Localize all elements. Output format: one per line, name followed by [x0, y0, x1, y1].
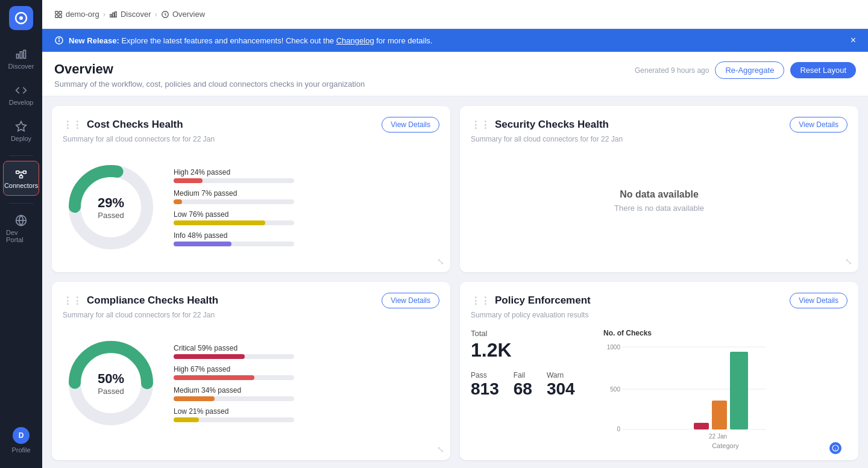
- security-no-data: No data available There is no data avail…: [471, 153, 848, 249]
- drag-icon-3: ⋮⋮: [63, 295, 82, 307]
- policy-content: Total 1.2K Pass 813 Fail 68 Warn: [471, 329, 848, 449]
- svg-text:1000: 1000: [607, 344, 621, 351]
- sidebar-item-label: Dev Portal: [6, 229, 36, 243]
- svg-rect-6: [16, 171, 19, 173]
- svg-rect-19: [115, 11, 117, 17]
- svg-rect-18: [113, 13, 115, 17]
- page-header-left: Overview Summary of the workflow, cost, …: [54, 61, 365, 89]
- chart-x-label: Category: [603, 442, 848, 449]
- policy-title: ⋮⋮ Policy Enforcement: [471, 295, 591, 307]
- resize-handle-3[interactable]: ⤡: [437, 445, 444, 454]
- sidebar-item-dev-portal[interactable]: Dev Portal: [3, 208, 39, 249]
- cost-bar-medium: Medium 7% passed: [174, 189, 439, 204]
- policy-info-button[interactable]: i: [829, 442, 841, 454]
- app-logo[interactable]: [9, 6, 33, 30]
- sidebar-divider: [9, 155, 33, 156]
- resize-handle[interactable]: ⤡: [437, 257, 444, 266]
- security-checks-title: ⋮⋮ Security Checks Health: [471, 119, 609, 131]
- sidebar-item-develop[interactable]: Develop: [3, 78, 39, 112]
- sidebar-item-deploy[interactable]: Deploy: [3, 114, 39, 148]
- drag-icon: ⋮⋮: [63, 119, 82, 131]
- breadcrumb: demo-org › Discover › Overview: [42, 0, 868, 29]
- changelog-link[interactable]: Changelog: [336, 36, 374, 45]
- svg-rect-16: [59, 14, 61, 17]
- security-view-details[interactable]: View Details: [790, 117, 848, 133]
- comp-bar-medium: Medium 34% passed: [174, 386, 439, 401]
- svg-rect-13: [55, 11, 58, 13]
- sidebar-bottom: D Profile: [3, 421, 39, 462]
- bar-chart-icon: [15, 48, 27, 60]
- deploy-icon: [15, 120, 27, 133]
- cost-checks-chart: 29% Passed High 24% passed Medium 7% pas…: [63, 153, 439, 261]
- cost-checks-view-details[interactable]: View Details: [382, 117, 439, 133]
- compliance-checks-header: ⋮⋮ Compliance Checks Health View Details: [63, 293, 439, 308]
- re-aggregate-button[interactable]: Re-Aggregate: [715, 61, 784, 79]
- svg-rect-9: [20, 175, 23, 178]
- svg-text:i: i: [835, 447, 836, 451]
- bar-chart-svg: 1000 500 0: [603, 342, 772, 438]
- sidebar-item-connectors[interactable]: Connectors: [3, 161, 39, 196]
- svg-rect-3: [20, 52, 22, 58]
- avatar: D: [13, 427, 30, 444]
- policy-pass-stat: Pass 813: [471, 371, 499, 399]
- warn-bar: [712, 401, 727, 429]
- page-title: Overview: [54, 61, 365, 77]
- page-header: Overview Summary of the workflow, cost, …: [42, 52, 868, 96]
- release-banner: New Release: Explore the latest features…: [42, 29, 868, 52]
- svg-text:0: 0: [617, 426, 620, 432]
- svg-marker-5: [16, 122, 27, 131]
- drag-icon-2: ⋮⋮: [471, 119, 490, 131]
- connectors-icon: [15, 167, 27, 179]
- info-icon: [54, 36, 64, 45]
- bar-chart-area: No. of Checks 1000 500 0: [603, 329, 848, 449]
- breadcrumb-org: demo-org: [54, 10, 99, 19]
- policy-row: Pass 813 Fail 68 Warn 304: [471, 371, 591, 399]
- sidebar-item-label: Deploy: [11, 135, 31, 142]
- svg-rect-2: [17, 54, 19, 58]
- sidebar-divider-2: [9, 203, 33, 204]
- dashboard-grid: ⋮⋮ Cost Checks Health View Details Summa…: [42, 96, 868, 468]
- sidebar-item-label: Connectors: [4, 182, 38, 189]
- resize-handle-2[interactable]: ⤡: [845, 257, 852, 266]
- banner-close-button[interactable]: ×: [851, 35, 856, 46]
- policy-view-details[interactable]: View Details: [790, 293, 848, 308]
- pass-bar: [730, 352, 748, 429]
- fail-bar: [694, 423, 709, 429]
- compliance-view-details[interactable]: View Details: [382, 293, 439, 308]
- cost-bar-low: Low 76% passed: [174, 210, 439, 225]
- svg-rect-4: [24, 50, 25, 58]
- breadcrumb-sep-2: ›: [155, 10, 157, 19]
- bar-chart-title: No. of Checks: [603, 329, 848, 337]
- compliance-donut-label: 50% Passed: [98, 371, 124, 396]
- compliance-donut: 50% Passed: [63, 335, 159, 431]
- cost-donut: 29% Passed: [63, 159, 159, 255]
- compliance-chart: 50% Passed Critical 59% passed High 67% …: [63, 329, 439, 437]
- cost-checks-header: ⋮⋮ Cost Checks Health View Details: [63, 117, 439, 133]
- generated-timestamp: Generated 9 hours ago: [635, 66, 709, 75]
- discover-icon: [109, 10, 118, 19]
- page-subtitle: Summary of the workflow, cost, policies …: [54, 80, 365, 89]
- compliance-progress-list: Critical 59% passed High 67% passed Medi…: [174, 344, 439, 422]
- page-header-right: Generated 9 hours ago Re-Aggregate Reset…: [635, 61, 856, 79]
- sidebar-item-profile[interactable]: D Profile: [3, 421, 39, 460]
- cost-bar-high: High 24% passed: [174, 168, 439, 183]
- breadcrumb-discover: Discover: [109, 10, 151, 19]
- sidebar-item-label: Discover: [8, 63, 34, 70]
- org-icon: [54, 10, 63, 19]
- svg-text:500: 500: [610, 386, 620, 393]
- security-checks-card: ⋮⋮ Security Checks Health View Details S…: [460, 106, 858, 272]
- sidebar-item-label: Develop: [9, 99, 33, 106]
- svg-text:22 Jan: 22 Jan: [709, 433, 727, 438]
- reset-layout-button[interactable]: Reset Layout: [790, 62, 856, 78]
- sidebar-item-discover[interactable]: Discover: [3, 42, 39, 76]
- policy-stats: Total 1.2K Pass 813 Fail 68 Warn: [471, 329, 591, 449]
- svg-rect-14: [59, 11, 61, 13]
- comp-bar-critical: Critical 59% passed: [174, 344, 439, 359]
- breadcrumb-overview: Overview: [161, 10, 205, 19]
- policy-header: ⋮⋮ Policy Enforcement View Details: [471, 293, 848, 308]
- breadcrumb-sep-1: ›: [103, 10, 105, 19]
- info-icon-small: i: [832, 445, 839, 452]
- cost-donut-label: 29% Passed: [98, 195, 124, 220]
- policy-enforcement-card: ⋮⋮ Policy Enforcement View Details Summa…: [460, 282, 858, 460]
- svg-rect-17: [110, 14, 112, 17]
